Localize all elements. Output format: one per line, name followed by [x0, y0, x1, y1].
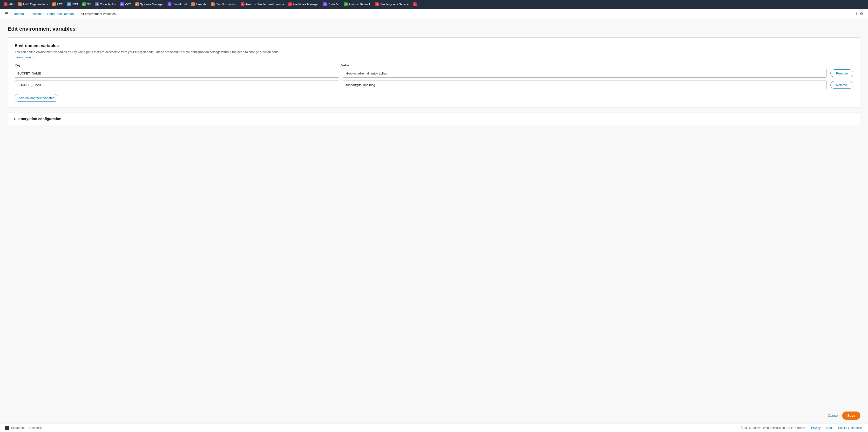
chevron-right-icon: ▶	[14, 117, 16, 121]
env-key-input-2[interactable]	[15, 81, 339, 89]
page-title: Edit environment variables	[8, 26, 860, 32]
nav-bedrock[interactable]: ⊡ Amazon Bedrock	[342, 2, 372, 7]
nav-ec2[interactable]: ⊡ EC2	[51, 2, 64, 7]
env-vars-card: Environment variables You can define env…	[8, 37, 860, 108]
cloudshell-icon: >_	[5, 426, 9, 430]
env-vars-card-title: Environment variables	[15, 43, 853, 48]
env-var-row-2: Remove	[15, 81, 853, 89]
key-column-header: Key	[15, 63, 337, 67]
nav-s3-label: S3	[87, 3, 91, 6]
feedback-label[interactable]: Feedback	[29, 426, 42, 430]
lambda-icon: λ	[191, 2, 195, 6]
orgs-icon: ⊡	[18, 2, 22, 6]
nav-lambda-label: Lambda	[196, 3, 207, 6]
c-icon: C	[413, 2, 416, 6]
breadcrumb-current: Edit environment variables	[79, 12, 116, 16]
breadcrumb-sep-1: ›	[26, 12, 27, 16]
encryption-config-section[interactable]: ▶ Encryption configuration	[8, 113, 860, 125]
env-value-input-1[interactable]	[343, 69, 827, 78]
nav-ec2-label: EC2	[57, 3, 63, 6]
breadcrumb-right-actions: ℹ ⚙	[856, 11, 863, 16]
vpc-icon: ⊡	[120, 2, 124, 6]
certmgr-icon: ⊡	[288, 2, 292, 6]
nav-ses-label: Amazon Simple Email Service	[245, 3, 284, 6]
settings-icon[interactable]: ⚙	[860, 11, 863, 16]
nav-rds[interactable]: ⊡ RDS	[65, 2, 80, 7]
nav-certmgr-label: Certificate Manager	[293, 3, 318, 6]
privacy-link[interactable]: Privacy	[811, 426, 820, 430]
learn-more-link[interactable]: Learn more ↗	[15, 56, 34, 59]
remove-button-1[interactable]: Remove	[830, 69, 853, 77]
cloudshell-label[interactable]: CloudShell	[11, 426, 25, 430]
nav-vpc-label: VPC	[125, 3, 131, 6]
ses-icon: ⊡	[241, 2, 245, 6]
nav-aws-orgs[interactable]: ⊡ AWS Organizations	[16, 2, 50, 7]
cookie-preferences-link[interactable]: Cookie preferences	[838, 426, 863, 430]
action-column-header	[829, 63, 853, 67]
copyright-text: © 2024, Amazon Web Services, Inc. or its…	[741, 426, 806, 430]
nav-codedeploy-label: CodeDeploy	[100, 3, 116, 6]
footer: >_ CloudShell Feedback © 2024, Amazon We…	[0, 424, 868, 432]
nav-bedrock-label: Amazon Bedrock	[349, 3, 371, 6]
cancel-button[interactable]: Cancel	[828, 414, 839, 418]
nav-certmgr[interactable]: ⊡ Certificate Manager	[287, 2, 320, 7]
nav-s3[interactable]: ⊡ S3	[81, 2, 92, 7]
main-content: Edit environment variables Environment v…	[0, 19, 868, 408]
breadcrumb-sep-3: ›	[76, 12, 77, 16]
env-var-row-1: Remove	[15, 69, 853, 78]
encryption-config-title: Encryption configuration	[18, 117, 61, 121]
remove-button-2[interactable]: Remove	[830, 81, 853, 89]
nav-cloudformation-label: CloudFormation	[216, 3, 236, 6]
nav-lambda[interactable]: λ Lambda	[189, 2, 208, 7]
menu-button[interactable]: ☰	[5, 11, 9, 17]
breadcrumb-bar: ☰ Lambda › Functions › SendEmailLambda ›…	[0, 9, 868, 19]
nav-cloudfront[interactable]: ⊡ CloudFront	[166, 2, 188, 7]
route53-icon: ⊡	[323, 2, 327, 6]
nav-codedeploy[interactable]: ⊡ CodeDeploy	[93, 2, 117, 7]
nav-route53-label: Route 53	[328, 3, 340, 6]
breadcrumb-sep-2: ›	[44, 12, 45, 16]
env-vars-column-headers: Key Value	[15, 63, 853, 67]
save-button[interactable]: Save	[842, 411, 860, 420]
nav-cloudfront-label: CloudFront	[173, 3, 187, 6]
info-icon[interactable]: ℹ	[856, 11, 857, 16]
nav-rds-label: RDS	[72, 3, 78, 6]
iam-icon: ⊡	[4, 2, 7, 6]
env-value-input-2[interactable]	[343, 81, 827, 89]
terms-link[interactable]: Terms	[825, 426, 833, 430]
nav-sysmgr-label: Systems Manager	[140, 3, 163, 6]
action-bar: Cancel Save	[0, 408, 868, 424]
nav-ses[interactable]: ⊡ Amazon Simple Email Service	[239, 2, 286, 7]
sqs-icon: ⊡	[375, 2, 379, 6]
top-navigation: ⊡ IAM ⊡ AWS Organizations ⊡ EC2 ⊡ RDS ⊡ …	[0, 0, 868, 9]
nav-sysmgr[interactable]: ⊡ Systems Manager	[133, 2, 165, 7]
footer-left: >_ CloudShell Feedback	[5, 426, 42, 430]
cloudformation-icon: ⊡	[211, 2, 215, 6]
ec2-icon: ⊡	[52, 2, 56, 6]
footer-right: © 2024, Amazon Web Services, Inc. or its…	[741, 426, 863, 430]
nav-vpc[interactable]: ⊡ VPC	[118, 2, 133, 7]
nav-iam[interactable]: ⊡ IAM	[2, 2, 15, 7]
nav-c[interactable]: C	[411, 2, 418, 7]
rds-icon: ⊡	[67, 2, 71, 6]
nav-iam-label: IAM	[8, 3, 13, 6]
nav-route53[interactable]: ⊡ Route 53	[321, 2, 341, 7]
breadcrumb-lambda[interactable]: Lambda	[12, 12, 24, 16]
bedrock-icon: ⊡	[344, 2, 348, 6]
env-key-input-1[interactable]	[15, 69, 339, 78]
nav-orgs-label: AWS Organizations	[23, 3, 48, 6]
value-column-header: Value	[341, 63, 825, 67]
codedeploy-icon: ⊡	[95, 2, 99, 6]
nav-cloudformation[interactable]: ⊡ CloudFormation	[209, 2, 238, 7]
breadcrumb-functions[interactable]: Functions	[29, 12, 42, 16]
nav-sqs-label: Simple Queue Service	[380, 3, 408, 6]
nav-sqs[interactable]: ⊡ Simple Queue Service	[373, 2, 410, 7]
env-vars-description: You can define environment variables as …	[15, 50, 853, 54]
external-link-icon: ↗	[32, 56, 34, 59]
cloudfront-icon: ⊡	[167, 2, 172, 6]
add-env-var-button[interactable]: Add environment variable	[15, 94, 58, 102]
s3-icon: ⊡	[82, 2, 86, 6]
breadcrumb-sendemaillambda[interactable]: SendEmailLambda	[47, 12, 74, 16]
sysmgr-icon: ⊡	[135, 2, 139, 6]
